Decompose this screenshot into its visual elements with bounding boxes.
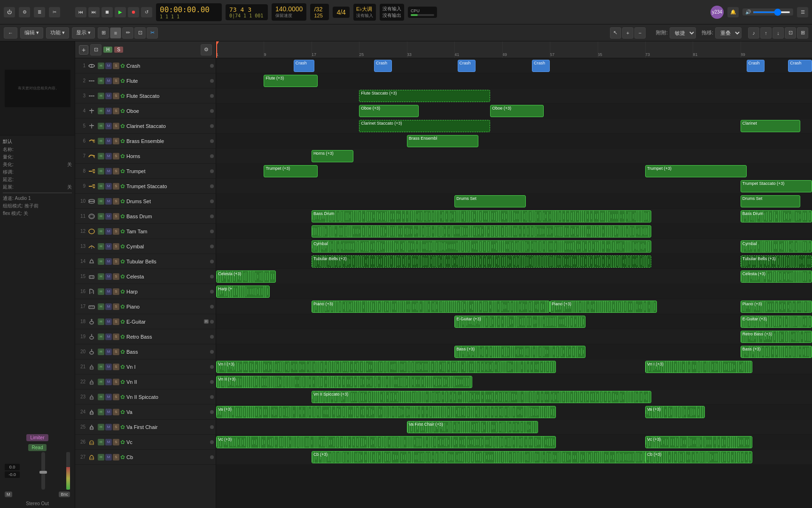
stop-btn[interactable]: ⏹ (102, 7, 113, 17)
clip-row15-1[interactable]: Celesta (+3) (216, 270, 276, 283)
s-btn-7[interactable]: S (113, 153, 119, 159)
clip-row7-1[interactable]: Horns (+3) (312, 150, 353, 162)
clip-row26-1[interactable]: Vc (+3) (216, 436, 556, 448)
audio-icon[interactable]: ♪ (748, 27, 759, 39)
track-settings-btn[interactable]: ⚙ (201, 44, 212, 56)
track-row-15[interactable]: 15 H M S ✿ Celesta (75, 269, 216, 284)
track-row-6[interactable]: 6 H M S ✿ Brass Ensemble (75, 134, 216, 149)
s-btn-13[interactable]: S (113, 243, 119, 250)
power-btn[interactable]: ⏻ (4, 7, 15, 17)
view-btn-main[interactable]: 显示 ▾ (72, 27, 95, 39)
gear-btn-9[interactable]: ✿ (120, 183, 125, 190)
track-row-18[interactable]: 18 H M S ✿ E-Guitar R (75, 314, 216, 329)
s-btn-9[interactable]: S (113, 183, 119, 190)
s-btn-18[interactable]: S (113, 318, 119, 325)
s-btn-15[interactable]: S (113, 273, 119, 280)
gear-btn-2[interactable]: ✿ (120, 78, 125, 84)
m-btn-20[interactable]: M (105, 349, 112, 355)
m-btn-11[interactable]: M (105, 213, 112, 220)
h-btn-19[interactable]: H (98, 333, 104, 340)
m-btn-1[interactable]: M (105, 63, 112, 69)
clip-row5-1[interactable]: Clarinet Staccato (+3) (359, 120, 490, 132)
h-btn-6[interactable]: H (98, 138, 104, 144)
s-btn-20[interactable]: S (113, 349, 119, 355)
eq-icon[interactable]: ≣ (34, 7, 45, 17)
clip-row10-2[interactable]: Drums Set (741, 195, 800, 207)
clip-row23-1[interactable]: Vn II Spiccato (+3) (312, 391, 651, 403)
drag-select[interactable]: 重叠 (715, 27, 742, 39)
loop-btn[interactable]: ↺ (141, 7, 152, 17)
h-btn-26[interactable]: H (98, 439, 104, 445)
edit-btn[interactable]: 编辑 ▾ (20, 27, 43, 39)
gear-btn-1[interactable]: ✿ (120, 63, 125, 69)
m-btn-4[interactable]: M (105, 108, 112, 114)
h-btn-8[interactable]: H (98, 168, 104, 175)
back-btn[interactable]: ← (4, 27, 17, 39)
h-btn-20[interactable]: H (98, 349, 104, 355)
clip-row1-3[interactable]: Crash (458, 60, 476, 72)
gear-btn-3[interactable]: ✿ (120, 93, 125, 99)
clip-row17-2[interactable]: Piano (+3) (550, 301, 657, 313)
s-btn-25[interactable]: S (113, 424, 119, 430)
track-row-7[interactable]: 7 H M S ✿ Horns (75, 149, 216, 164)
master-vol-slider[interactable] (753, 11, 790, 13)
clip-row1-4[interactable]: Crash (532, 60, 550, 72)
s-btn-16[interactable]: S (113, 288, 119, 295)
track-list-icon1[interactable]: ⊡ (90, 44, 102, 56)
track-row-14[interactable]: 14 H M S ✿ Tubular Bells (75, 254, 216, 269)
menu-icon[interactable]: ☰ (797, 7, 808, 17)
s-btn-10[interactable]: S (113, 198, 119, 205)
clip-row17-3[interactable]: Piano (+3) (741, 301, 812, 313)
h-btn-2[interactable]: H (98, 78, 104, 84)
clip-row3-1[interactable]: Flute Staccato (+3) (359, 90, 490, 102)
gear-btn-25[interactable]: ✿ (120, 424, 125, 430)
clip-row2-1[interactable]: Flute (+3) (264, 75, 317, 87)
track-row-27[interactable]: 27 H M S ✿ Cb (75, 450, 216, 465)
s-btn-26[interactable]: S (113, 439, 119, 445)
s-all-btn[interactable]: S (114, 47, 123, 53)
track-row-10[interactable]: 10 H M S ✿ Drums Set (75, 194, 216, 209)
h-btn-5[interactable]: H (98, 123, 104, 129)
gear-btn-8[interactable]: ✿ (120, 168, 125, 175)
m-btn-24[interactable]: M (105, 409, 112, 415)
s-btn-3[interactable]: S (113, 93, 119, 99)
read-btn[interactable]: Read (28, 444, 47, 451)
track-row-12[interactable]: 12 H M S ✿ Tam Tam (75, 224, 216, 239)
h-btn-15[interactable]: H (98, 273, 104, 280)
h-btn-10[interactable]: H (98, 198, 104, 205)
track-row-20[interactable]: 20 H M S ✿ Bass (75, 344, 216, 359)
clip-row1-1[interactable]: Crash (294, 60, 314, 72)
m-btn-2[interactable]: M (105, 78, 112, 84)
gear-btn-20[interactable]: ✿ (120, 349, 125, 355)
h-btn-25[interactable]: H (98, 424, 104, 430)
s-btn-22[interactable]: S (113, 379, 119, 385)
func-btn[interactable]: 功能 ▾ (46, 27, 69, 39)
gear-btn-14[interactable]: ✿ (120, 258, 125, 265)
s-btn-4[interactable]: S (113, 108, 119, 114)
user-avatar[interactable]: y234 (710, 6, 724, 19)
m-btn-7[interactable]: M (105, 153, 112, 159)
gear-btn-11[interactable]: ✿ (120, 213, 125, 220)
clip-row21-1[interactable]: Vn I (+3) (216, 361, 556, 373)
clip-row20-1[interactable]: Bass (+3) (454, 346, 586, 358)
clip-row8-2[interactable]: Trumpet (+3) (645, 165, 747, 177)
clip-row24-1[interactable]: Va (+3) (216, 406, 556, 418)
clip-row24-2[interactable]: Va (+3) (645, 406, 705, 418)
s-btn-5[interactable]: S (113, 123, 119, 129)
m-btn-9[interactable]: M (105, 183, 112, 190)
marquee-btn[interactable]: ⊡ (134, 27, 146, 39)
gear-btn-27[interactable]: ✿ (120, 454, 125, 460)
m-btn-13[interactable]: M (105, 243, 112, 250)
clip-row14-2[interactable]: Tubular Bells (+3) (741, 255, 812, 268)
gear-btn-10[interactable]: ✿ (120, 198, 125, 205)
gear-btn-16[interactable]: ✿ (120, 288, 125, 295)
clip-row19-1[interactable]: Retro Bass (+3) (741, 331, 812, 343)
m-btn-22[interactable]: M (105, 379, 112, 385)
h-btn-7[interactable]: H (98, 153, 104, 159)
track-row-23[interactable]: 23 H M S ✿ Vn II Spiccato (75, 389, 216, 405)
clip-row20-2[interactable]: Bass (+3) (741, 346, 812, 358)
clip-row6-1[interactable]: Brass Ensembl (407, 135, 478, 147)
limiter-btn[interactable]: Limiter (26, 434, 48, 441)
h-btn-11[interactable]: H (98, 213, 104, 220)
zoom-sub-btn[interactable]: − (634, 27, 646, 39)
